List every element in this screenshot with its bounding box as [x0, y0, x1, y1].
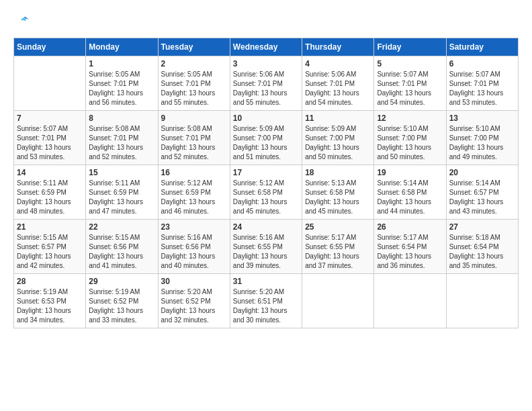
weekday-header: Thursday — [302, 38, 374, 56]
day-info: Sunrise: 5:06 AMSunset: 7:01 PMDaylight:… — [305, 70, 371, 107]
day-info: Sunrise: 5:07 AMSunset: 7:01 PMDaylight:… — [449, 70, 515, 107]
day-number: 31 — [233, 277, 299, 286]
day-number: 5 — [377, 59, 443, 68]
day-number: 26 — [377, 222, 443, 232]
day-number: 18 — [305, 168, 371, 177]
day-info: Sunrise: 5:16 AMSunset: 6:55 PMDaylight:… — [233, 233, 299, 271]
day-number: 19 — [377, 168, 443, 177]
calendar-cell: 18Sunrise: 5:13 AMSunset: 6:58 PMDayligh… — [302, 165, 374, 220]
calendar-cell: 9Sunrise: 5:08 AMSunset: 7:01 PMDaylight… — [158, 111, 230, 165]
day-number: 21 — [17, 222, 83, 232]
day-info: Sunrise: 5:08 AMSunset: 7:01 PMDaylight:… — [89, 124, 154, 162]
day-number: 9 — [161, 113, 227, 123]
day-info: Sunrise: 5:14 AMSunset: 6:58 PMDaylight:… — [377, 179, 443, 216]
page-header — [13, 13, 519, 27]
day-info: Sunrise: 5:17 AMSunset: 6:55 PMDaylight:… — [305, 233, 371, 271]
day-number: 30 — [161, 277, 227, 286]
day-info: Sunrise: 5:20 AMSunset: 6:52 PMDaylight:… — [161, 287, 227, 325]
calendar-cell: 29Sunrise: 5:19 AMSunset: 6:52 PMDayligh… — [86, 274, 158, 328]
calendar-cell: 24Sunrise: 5:16 AMSunset: 6:55 PMDayligh… — [230, 220, 302, 274]
calendar-cell: 27Sunrise: 5:18 AMSunset: 6:54 PMDayligh… — [446, 220, 518, 274]
calendar-cell: 10Sunrise: 5:09 AMSunset: 7:00 PMDayligh… — [230, 111, 302, 165]
day-info: Sunrise: 5:05 AMSunset: 7:01 PMDaylight:… — [161, 70, 227, 107]
day-info: Sunrise: 5:06 AMSunset: 7:01 PMDaylight:… — [233, 70, 299, 107]
day-info: Sunrise: 5:19 AMSunset: 6:53 PMDaylight:… — [17, 287, 83, 325]
calendar-cell: 12Sunrise: 5:10 AMSunset: 7:00 PMDayligh… — [374, 111, 446, 165]
day-number: 1 — [89, 59, 154, 68]
calendar-cell — [446, 274, 518, 328]
calendar-cell: 6Sunrise: 5:07 AMSunset: 7:01 PMDaylight… — [446, 56, 518, 111]
day-info: Sunrise: 5:13 AMSunset: 6:58 PMDaylight:… — [305, 179, 371, 216]
day-info: Sunrise: 5:19 AMSunset: 6:52 PMDaylight:… — [89, 287, 154, 325]
day-info: Sunrise: 5:17 AMSunset: 6:54 PMDaylight:… — [377, 233, 443, 271]
day-number: 28 — [17, 277, 83, 286]
day-number: 24 — [233, 222, 299, 232]
day-info: Sunrise: 5:20 AMSunset: 6:51 PMDaylight:… — [233, 287, 299, 325]
day-info: Sunrise: 5:18 AMSunset: 6:54 PMDaylight:… — [449, 233, 515, 271]
day-info: Sunrise: 5:16 AMSunset: 6:56 PMDaylight:… — [161, 233, 227, 271]
day-info: Sunrise: 5:10 AMSunset: 7:00 PMDaylight:… — [449, 124, 515, 162]
day-number: 15 — [89, 168, 154, 177]
calendar-cell: 28Sunrise: 5:19 AMSunset: 6:53 PMDayligh… — [14, 274, 86, 328]
day-number: 29 — [89, 277, 154, 286]
calendar-body: 1Sunrise: 5:05 AMSunset: 7:01 PMDaylight… — [14, 56, 519, 328]
weekday-header: Saturday — [446, 38, 518, 56]
day-number: 10 — [233, 113, 299, 123]
day-number: 20 — [449, 168, 515, 177]
day-number: 25 — [305, 222, 371, 232]
calendar-cell: 4Sunrise: 5:06 AMSunset: 7:01 PMDaylight… — [302, 56, 374, 111]
day-number: 6 — [449, 59, 515, 68]
calendar-cell: 1Sunrise: 5:05 AMSunset: 7:01 PMDaylight… — [86, 56, 158, 111]
calendar-cell: 7Sunrise: 5:07 AMSunset: 7:01 PMDaylight… — [14, 111, 86, 165]
logo — [13, 13, 30, 27]
day-number: 4 — [305, 59, 371, 68]
day-number: 27 — [449, 222, 515, 232]
day-info: Sunrise: 5:14 AMSunset: 6:57 PMDaylight:… — [449, 179, 515, 216]
day-info: Sunrise: 5:07 AMSunset: 7:01 PMDaylight:… — [377, 70, 443, 107]
calendar-cell: 11Sunrise: 5:09 AMSunset: 7:00 PMDayligh… — [302, 111, 374, 165]
day-info: Sunrise: 5:11 AMSunset: 6:59 PMDaylight:… — [89, 179, 154, 216]
calendar-cell: 19Sunrise: 5:14 AMSunset: 6:58 PMDayligh… — [374, 165, 446, 220]
day-info: Sunrise: 5:12 AMSunset: 6:59 PMDaylight:… — [161, 179, 227, 216]
calendar-cell: 8Sunrise: 5:08 AMSunset: 7:01 PMDaylight… — [86, 111, 158, 165]
weekday-header: Tuesday — [158, 38, 230, 56]
calendar-cell: 13Sunrise: 5:10 AMSunset: 7:00 PMDayligh… — [446, 111, 518, 165]
calendar-cell: 22Sunrise: 5:15 AMSunset: 6:56 PMDayligh… — [86, 220, 158, 274]
calendar-table: SundayMondayTuesdayWednesdayThursdayFrid… — [13, 38, 519, 328]
calendar-week-row: 21Sunrise: 5:15 AMSunset: 6:57 PMDayligh… — [14, 220, 519, 274]
calendar-cell: 17Sunrise: 5:12 AMSunset: 6:58 PMDayligh… — [230, 165, 302, 220]
calendar-cell: 31Sunrise: 5:20 AMSunset: 6:51 PMDayligh… — [230, 274, 302, 328]
calendar-cell: 14Sunrise: 5:11 AMSunset: 6:59 PMDayligh… — [14, 165, 86, 220]
weekday-header: Friday — [374, 38, 446, 56]
day-info: Sunrise: 5:08 AMSunset: 7:01 PMDaylight:… — [161, 124, 227, 162]
weekday-row: SundayMondayTuesdayWednesdayThursdayFrid… — [14, 38, 519, 56]
calendar-cell: 30Sunrise: 5:20 AMSunset: 6:52 PMDayligh… — [158, 274, 230, 328]
calendar-cell: 2Sunrise: 5:05 AMSunset: 7:01 PMDaylight… — [158, 56, 230, 111]
day-number: 7 — [17, 113, 83, 123]
day-info: Sunrise: 5:07 AMSunset: 7:01 PMDaylight:… — [17, 124, 83, 162]
calendar-cell: 16Sunrise: 5:12 AMSunset: 6:59 PMDayligh… — [158, 165, 230, 220]
weekday-header: Sunday — [14, 38, 86, 56]
day-number: 17 — [233, 168, 299, 177]
weekday-header: Wednesday — [230, 38, 302, 56]
day-info: Sunrise: 5:09 AMSunset: 7:00 PMDaylight:… — [233, 124, 299, 162]
calendar-cell — [14, 56, 86, 111]
svg-marker-1 — [21, 17, 26, 21]
calendar-cell — [302, 274, 374, 328]
day-number: 22 — [89, 222, 154, 232]
day-info: Sunrise: 5:15 AMSunset: 6:57 PMDaylight:… — [17, 233, 83, 271]
day-info: Sunrise: 5:15 AMSunset: 6:56 PMDaylight:… — [89, 233, 154, 271]
day-number: 8 — [89, 113, 154, 123]
calendar-cell: 20Sunrise: 5:14 AMSunset: 6:57 PMDayligh… — [446, 165, 518, 220]
calendar-cell: 21Sunrise: 5:15 AMSunset: 6:57 PMDayligh… — [14, 220, 86, 274]
calendar-cell: 3Sunrise: 5:06 AMSunset: 7:01 PMDaylight… — [230, 56, 302, 111]
day-number: 16 — [161, 168, 227, 177]
weekday-header: Monday — [86, 38, 158, 56]
day-number: 14 — [17, 168, 83, 177]
day-number: 11 — [305, 113, 371, 123]
calendar-cell: 5Sunrise: 5:07 AMSunset: 7:01 PMDaylight… — [374, 56, 446, 111]
day-number: 13 — [449, 113, 515, 123]
calendar-cell — [374, 274, 446, 328]
day-number: 12 — [377, 113, 443, 123]
day-info: Sunrise: 5:05 AMSunset: 7:01 PMDaylight:… — [89, 70, 154, 107]
